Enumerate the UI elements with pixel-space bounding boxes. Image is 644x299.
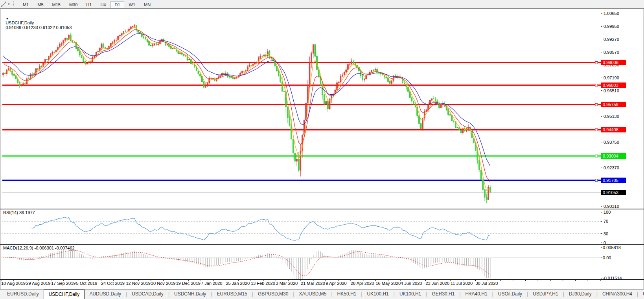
price-tick-label: 0.90310 bbox=[604, 204, 619, 209]
rsi-tick-label: 30 bbox=[604, 231, 608, 236]
date-label: 11 Jul 2020 bbox=[451, 281, 473, 286]
date-label: 28 Apr 2020 bbox=[351, 281, 374, 286]
tab-ger30-h1[interactable]: GER30,H1 bbox=[427, 290, 459, 299]
rsi-tick-label: 70 bbox=[604, 219, 608, 224]
tab-usdjpy-h1[interactable]: USDJPY,H1 bbox=[528, 290, 563, 299]
tab-dj30-daily[interactable]: DJ30,Daily bbox=[564, 290, 596, 299]
date-label: 30 Nov 2019 bbox=[151, 281, 175, 286]
macd-tick-label: 0.00 bbox=[603, 255, 611, 260]
rsi-label: RSI(14) 36.1977 bbox=[3, 210, 35, 215]
line-anchor-handle bbox=[595, 103, 598, 106]
price-tick-label: 0.96510 bbox=[604, 88, 619, 93]
date-label: 19 Dec 2019 bbox=[176, 281, 201, 286]
date-label: 5 Oct 2019 bbox=[76, 281, 98, 286]
line-anchor-handle bbox=[595, 155, 598, 157]
rsi-tick-label: 0 bbox=[604, 240, 606, 245]
tab-uk100-h1[interactable]: UK100,H1 bbox=[362, 290, 393, 299]
panel-separator-macd[interactable] bbox=[0, 244, 644, 245]
tab-hk50-h1[interactable]: HK50,H1 bbox=[333, 290, 361, 299]
date-label: 23 Jun 2020 bbox=[426, 281, 450, 286]
price-tick-label: 0.98570 bbox=[604, 50, 619, 55]
line-anchor-handle bbox=[595, 84, 598, 86]
tab-fra40-h1[interactable]: FRA40,H1 bbox=[461, 290, 492, 299]
rsi-tick-label: 100 bbox=[604, 210, 611, 215]
date-label: 24 Oct 2019 bbox=[101, 281, 125, 286]
date-label: 13 Feb 2020 bbox=[251, 281, 275, 286]
chart-title: USDCHF,Daily bbox=[6, 20, 34, 25]
chart-tab-bar: EURUSD,DailyUSDCHF,DailyAUDUSD,Daily|USD… bbox=[0, 289, 644, 299]
price-axis-line bbox=[601, 9, 601, 280]
panel-separator-rsi[interactable] bbox=[0, 209, 644, 209]
chart-collapse-arrow[interactable]: ▼ bbox=[6, 17, 9, 20]
current-price-label: 0.91053 bbox=[601, 190, 626, 195]
date-label: 12 Nov 2019 bbox=[126, 281, 151, 286]
line-anchor-handle bbox=[595, 179, 598, 182]
chart-ohlc: 0.91086 0.91233 0.91022 0.91053 bbox=[6, 25, 72, 30]
date-label: 16 May 2020 bbox=[376, 281, 401, 286]
tab-usdcnh-daily[interactable]: USDCNH,Daily bbox=[169, 290, 211, 299]
macd-label: MACD(12,26,9) -0.006301 -0.007462 bbox=[3, 246, 75, 250]
tab-audusd-daily[interactable]: AUDUSD,Daily bbox=[85, 290, 126, 299]
tab-usdcad-daily[interactable]: USDCAD,Daily bbox=[127, 290, 168, 299]
date-label: 3 Mar 2020 bbox=[276, 281, 298, 286]
tab-china300-h4[interactable]: CHINA300,H4 bbox=[598, 290, 637, 299]
tab-eurusd-daily[interactable]: EURUSD,Daily bbox=[2, 290, 44, 299]
date-label: 10 Aug 2019 bbox=[1, 281, 26, 286]
date-label: 29 Aug 2019 bbox=[26, 281, 51, 286]
macd-tick-label: 0.005818 bbox=[603, 245, 621, 250]
price-tick-label: 0.99270 bbox=[604, 37, 619, 42]
date-label: 9 Apr 2020 bbox=[326, 281, 347, 286]
tab-uk100-h1[interactable]: UK100,H1 bbox=[395, 290, 426, 299]
price-tick-label: 0.95130 bbox=[604, 114, 619, 119]
tab-gbpusd-m30[interactable]: GBPUSD,M30 bbox=[253, 290, 293, 299]
price-tick-label: 0.97190 bbox=[604, 75, 619, 80]
date-label: 30 Jul 2020 bbox=[476, 281, 498, 286]
price-tick-label: 1.00650 bbox=[604, 11, 619, 16]
macd-histogram bbox=[11, 249, 490, 279]
price-line-label: 0.95758 bbox=[601, 102, 626, 107]
tab-eurusd-m15[interactable]: EURUSD,M15 bbox=[212, 290, 252, 299]
date-label: 4 Jun 2020 bbox=[401, 281, 422, 286]
line-anchor-handle bbox=[595, 128, 598, 131]
macd-tick-label: -0.011514 bbox=[603, 276, 622, 281]
tab-xauusd-m5[interactable]: XAUUSD,M5 bbox=[294, 290, 331, 299]
price-tick-label: 0.99950 bbox=[604, 24, 619, 29]
price-line-label: 0.91705 bbox=[601, 178, 626, 183]
line-anchor-handle bbox=[595, 61, 598, 64]
price-tick-label: 0.93750 bbox=[604, 140, 619, 145]
price-line-label: 0.96803 bbox=[601, 83, 626, 88]
chart-canvas[interactable] bbox=[0, 0, 644, 299]
tab-usoil-h[interactable]: USOil,H bbox=[638, 290, 644, 299]
time-axis-line bbox=[0, 279, 644, 280]
candles bbox=[3, 24, 491, 203]
tab-usoil-daily[interactable]: USOil,Daily bbox=[493, 290, 527, 299]
tab-usdchf-daily[interactable]: USDCHF,Daily bbox=[44, 290, 85, 299]
date-label: 7 Jan 2020 bbox=[201, 281, 222, 286]
chart-header: ▼ USDCHF,Daily 0.91086 0.91233 0.91022 0… bbox=[3, 11, 73, 30]
date-label: 17 Sep 2019 bbox=[51, 281, 75, 286]
date-label: 21 Mar 2020 bbox=[301, 281, 325, 286]
price-line-label: 0.94408 bbox=[601, 127, 626, 132]
rsi-line bbox=[31, 217, 490, 240]
price-line-label: 0.98008 bbox=[601, 60, 626, 65]
date-label: 25 Jan 2020 bbox=[226, 281, 250, 286]
price-tick-label: 0.92370 bbox=[604, 165, 619, 170]
price-line-label: 0.93004 bbox=[601, 153, 626, 159]
